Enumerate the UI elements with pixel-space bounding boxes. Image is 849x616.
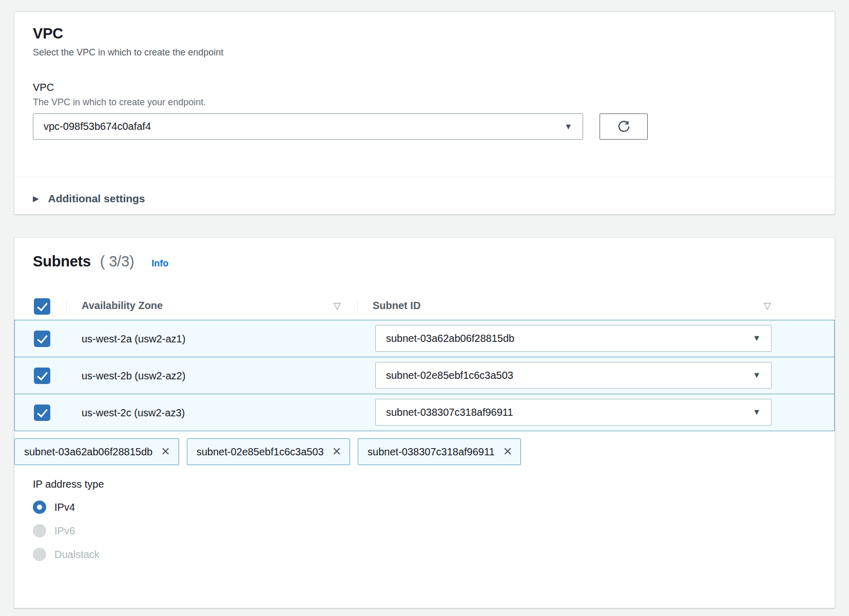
- column-header-availability-zone: Availability Zone: [82, 300, 163, 312]
- subnets-title: Subnets ( 3/3): [33, 253, 134, 270]
- subnet-select[interactable]: subnet-038307c318af96911 ▼: [375, 399, 771, 426]
- expander-arrow-icon: ▶: [33, 194, 39, 203]
- availability-zone-label: us-west-2c (usw2-az3): [82, 407, 185, 418]
- column-divider: [66, 299, 67, 314]
- vpc-card-subtitle: Select the VPC in which to create the en…: [33, 47, 816, 58]
- select-all-checkbox[interactable]: [34, 298, 50, 315]
- radio-option-ipv4[interactable]: IPv4: [33, 500, 816, 514]
- availability-zone-label: us-west-2a (usw2-az1): [82, 333, 185, 344]
- dismiss-icon[interactable]: ✕: [503, 446, 512, 457]
- subnets-title-text: Subnets: [33, 253, 91, 270]
- dismiss-icon[interactable]: ✕: [332, 446, 341, 457]
- subnet-select-value: subnet-038307c318af96911: [386, 407, 513, 418]
- table-row: us-west-2b (usw2-az2) subnet-02e85ebf1c6…: [15, 357, 834, 394]
- selected-subnet-tokens: subnet-03a62ab06f28815db ✕ subnet-02e85e…: [14, 438, 835, 465]
- radio-disabled-icon: [33, 548, 46, 561]
- vpc-card: VPC Select the VPC in which to create th…: [14, 11, 835, 215]
- additional-settings-label: Additional settings: [48, 192, 145, 205]
- radio-option-ipv6: IPv6: [33, 524, 816, 537]
- radio-option-dualstack: Dualstack: [33, 548, 816, 561]
- section-divider: [14, 177, 835, 177]
- radio-label: IPv4: [54, 502, 75, 513]
- vpc-field-description: The VPC in which to create your endpoint…: [33, 97, 816, 108]
- table-header: Availability Zone ▽ Subnet ID ▽: [14, 293, 835, 320]
- sort-icon[interactable]: ▽: [334, 300, 341, 312]
- subnet-select-value: subnet-03a62ab06f28815db: [386, 333, 514, 344]
- radio-selected-icon[interactable]: [33, 500, 46, 514]
- column-divider: [357, 299, 358, 314]
- chevron-down-icon: ▼: [564, 122, 572, 131]
- radio-disabled-icon: [33, 524, 46, 537]
- radio-label: IPv6: [54, 525, 75, 537]
- page: VPC Select the VPC in which to create th…: [0, 0, 849, 616]
- subnet-rows: us-west-2a (usw2-az1) subnet-03a62ab06f2…: [14, 320, 835, 431]
- subnet-select-value: subnet-02e85ebf1c6c3a503: [386, 370, 513, 381]
- token-label: subnet-02e85ebf1c6c3a503: [197, 446, 324, 458]
- subnet-select[interactable]: subnet-03a62ab06f28815db ▼: [375, 325, 771, 352]
- subnet-token: subnet-03a62ab06f28815db ✕: [14, 438, 179, 465]
- availability-zone-label: us-west-2b (usw2-az2): [82, 370, 185, 381]
- info-link[interactable]: Info: [151, 258, 168, 269]
- vpc-select[interactable]: vpc-098f53b674c0afaf4 ▼: [33, 113, 583, 140]
- subnets-count: ( 3/3): [100, 253, 134, 270]
- chevron-down-icon: ▼: [752, 334, 761, 343]
- row-checkbox[interactable]: [34, 405, 50, 421]
- dismiss-icon[interactable]: ✕: [161, 446, 170, 457]
- additional-settings-expander[interactable]: ▶ Additional settings: [33, 185, 145, 212]
- vpc-field-label: VPC: [33, 82, 816, 93]
- row-checkbox[interactable]: [34, 331, 50, 347]
- chevron-down-icon: ▼: [752, 371, 761, 380]
- vpc-card-title: VPC: [33, 25, 816, 42]
- subnet-token: subnet-02e85ebf1c6c3a503 ✕: [187, 438, 350, 465]
- ip-address-type-group: IP address type IPv4 IPv6 Dualstack: [14, 465, 835, 561]
- subnet-token: subnet-038307c318af96911 ✕: [358, 438, 521, 465]
- radio-label: Dualstack: [54, 549, 100, 561]
- column-header-subnet-id: Subnet ID: [373, 300, 420, 312]
- subnet-select[interactable]: subnet-02e85ebf1c6c3a503 ▼: [375, 362, 771, 389]
- refresh-icon: [617, 120, 631, 133]
- table-row: us-west-2c (usw2-az3) subnet-038307c318a…: [15, 394, 834, 431]
- refresh-button[interactable]: [600, 113, 648, 140]
- chevron-down-icon: ▼: [752, 408, 761, 417]
- ip-address-type-label: IP address type: [33, 478, 816, 490]
- token-label: subnet-03a62ab06f28815db: [24, 446, 152, 458]
- vpc-select-value: vpc-098f53b674c0afaf4: [44, 121, 151, 132]
- sort-icon[interactable]: ▽: [764, 300, 771, 312]
- subnets-card: Subnets ( 3/3) Info Availability Zone ▽ …: [14, 237, 835, 608]
- token-label: subnet-038307c318af96911: [368, 446, 495, 458]
- row-checkbox[interactable]: [34, 368, 50, 384]
- table-row: us-west-2a (usw2-az1) subnet-03a62ab06f2…: [15, 320, 834, 357]
